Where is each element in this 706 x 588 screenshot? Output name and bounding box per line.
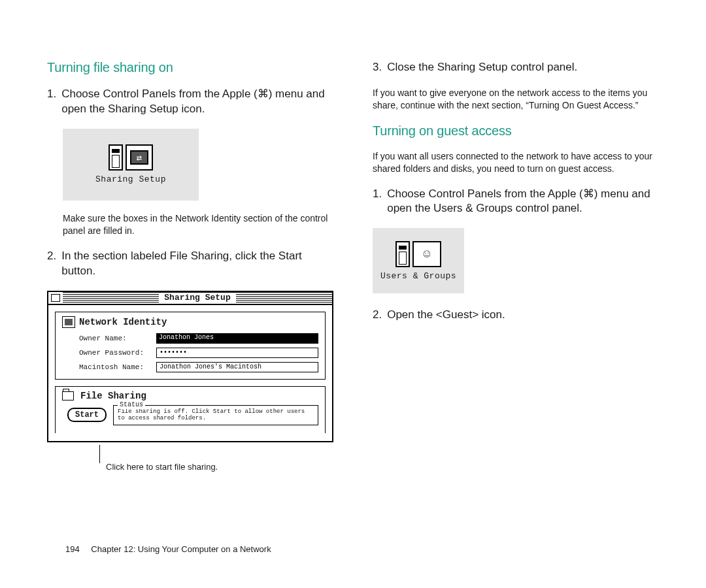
file-sharing-title: File Sharing <box>80 391 146 401</box>
users-icon: ☺ <box>412 241 441 267</box>
owner-password-label: Owner Password: <box>79 349 156 357</box>
step-3: 3. Close the Sharing Setup control panel… <box>373 60 659 75</box>
paragraph: If you want all users connected to the n… <box>373 150 659 175</box>
chapter-label: Chapter 12: Using Your Computer on a Net… <box>91 544 271 554</box>
macintosh-name-field[interactable]: Jonathon Jones's Macintosh <box>156 362 318 372</box>
document-page: Turning file sharing on 1. Choose Contro… <box>0 0 706 588</box>
step-number: 1. <box>373 187 382 217</box>
guest-step-2: 2. Open the <Guest> icon. <box>373 308 659 323</box>
folder-icon <box>62 391 74 400</box>
step-number: 1. <box>47 87 56 117</box>
status-legend: Status <box>118 401 145 409</box>
users-groups-label: Users & Groups <box>380 271 456 281</box>
step-2: 2. In the section labeled File Sharing, … <box>47 249 333 279</box>
owner-password-field[interactable]: ••••••• <box>156 348 318 358</box>
note-text: Make sure the boxes in the Network Ident… <box>63 212 333 237</box>
status-box: Status File sharing is off. Click Start … <box>113 405 318 426</box>
start-button[interactable]: Start <box>67 408 107 422</box>
sharing-setup-label: Sharing Setup <box>95 174 166 184</box>
users-groups-icon-card: ☺ Users & Groups <box>373 228 464 293</box>
callout-line <box>99 445 100 463</box>
step-number: 2. <box>373 308 382 323</box>
network-identity-title: Network Identity <box>79 317 167 327</box>
mac-icon: ⇄ <box>126 144 153 171</box>
step-text: Open the <Guest> icon. <box>387 308 659 323</box>
step-text: Close the Sharing Setup control panel. <box>387 60 659 75</box>
step-text: Choose Control Panels from the Apple (⌘)… <box>61 87 333 117</box>
window-title: Sharing Setup <box>159 293 235 302</box>
owner-name-label: Owner Name: <box>79 335 156 342</box>
network-identity-group: Network Identity Owner Name: Jonathon Jo… <box>55 312 326 380</box>
sharing-setup-icon-card: ⇄ Sharing Setup <box>63 129 199 201</box>
right-column: 3. Close the Sharing Setup control panel… <box>373 60 659 472</box>
slider-icon <box>109 144 123 171</box>
mac-small-icon <box>62 316 75 328</box>
left-column: Turning file sharing on 1. Choose Contro… <box>47 60 333 472</box>
step-number: 3. <box>373 60 382 75</box>
section-heading-file-sharing: Turning file sharing on <box>47 60 333 75</box>
status-text: File sharing is off. Click Start to allo… <box>118 408 305 422</box>
callout-text: Click here to start file sharing. <box>106 462 333 472</box>
sharing-setup-window: Sharing Setup Network Identity Owner Nam… <box>47 291 333 443</box>
step-number: 2. <box>47 249 56 279</box>
step-text: In the section labeled File Sharing, cli… <box>61 249 333 279</box>
step-1: 1. Choose Control Panels from the Apple … <box>47 87 333 117</box>
macintosh-name-label: Macintosh Name: <box>79 363 156 371</box>
page-number: 194 <box>65 544 80 554</box>
page-footer: 194 Chapter 12: Using Your Computer on a… <box>65 544 271 554</box>
owner-name-field[interactable]: Jonathon Jones <box>156 333 318 344</box>
close-box-icon[interactable] <box>51 294 60 302</box>
step-text: Choose Control Panels from the Apple (⌘)… <box>387 187 659 217</box>
window-titlebar: Sharing Setup <box>48 292 332 305</box>
paragraph: If you want to give everyone on the netw… <box>373 87 659 112</box>
slider-icon <box>395 241 410 267</box>
guest-step-1: 1. Choose Control Panels from the Apple … <box>373 187 659 217</box>
section-heading-guest-access: Turning on guest access <box>373 123 659 139</box>
file-sharing-group: File Sharing Start Status File sharing i… <box>55 386 326 434</box>
